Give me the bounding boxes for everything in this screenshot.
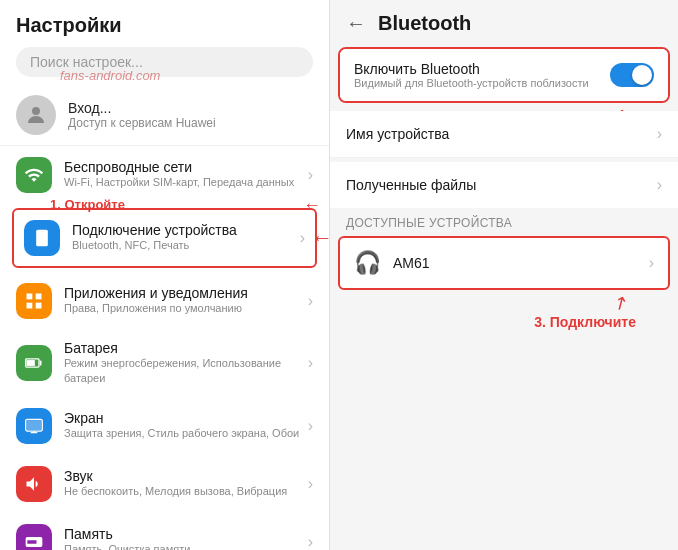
- device-name-row[interactable]: Имя устройства ›: [330, 111, 678, 158]
- arrow-device2: ↗: [609, 290, 633, 317]
- device-title: Подключение устройства: [72, 222, 300, 238]
- bt-enable-text: Включить Bluetooth Видимый для Bluetooth…: [354, 61, 610, 89]
- user-row[interactable]: Вход... Доступ к сервисам Huawei: [0, 85, 329, 146]
- devices-section-label: ДОСТУПНЫЕ УСТРОЙСТВА: [330, 208, 678, 234]
- search-box[interactable]: Поиск настроек...: [16, 47, 313, 77]
- apps-text: Приложения и уведомления Права, Приложен…: [64, 285, 308, 316]
- bluetooth-enable-section: Включить Bluetooth Видимый для Bluetooth…: [338, 47, 670, 103]
- wifi-icon: [16, 157, 52, 193]
- apps-icon: [16, 283, 52, 319]
- back-button[interactable]: ←: [346, 12, 366, 35]
- display-title: Экран: [64, 410, 308, 426]
- chevron-storage-icon: ›: [308, 533, 313, 550]
- chevron-device2-icon: ›: [649, 254, 654, 272]
- bt-enable-row[interactable]: Включить Bluetooth Видимый для Bluetooth…: [340, 49, 668, 101]
- received-files-row[interactable]: Полученные файлы ›: [330, 162, 678, 208]
- settings-list: Беспроводные сети Wi-Fi, Настройки SIM-к…: [0, 146, 329, 550]
- headphone-icon: 🎧: [354, 250, 381, 276]
- chevron-device-icon: ›: [300, 229, 305, 247]
- chevron-display-icon: ›: [308, 417, 313, 435]
- svg-rect-10: [27, 420, 42, 430]
- settings-item-battery[interactable]: Батарея Режим энергосбережения, Использо…: [0, 330, 329, 397]
- device-container: 🎧 AM61 › ↗ 3. Подключите: [330, 234, 678, 292]
- settings-item-network[interactable]: Беспроводные сети Wi-Fi, Настройки SIM-к…: [0, 146, 329, 204]
- apps-sub: Права, Приложения по умолчанию: [64, 301, 308, 316]
- chevron-apps-icon: ›: [308, 292, 313, 310]
- storage-text: Память Память, Очистка памяти: [64, 526, 308, 550]
- device-name-item[interactable]: Имя устройства ›: [330, 111, 678, 157]
- storage-icon: [16, 524, 52, 550]
- svg-rect-8: [27, 360, 35, 366]
- network-sub: Wi-Fi, Настройки SIM-карт, Передача данн…: [64, 175, 308, 190]
- display-text: Экран Защита зрения, Стиль рабочего экра…: [64, 410, 308, 441]
- settings-item-display[interactable]: Экран Защита зрения, Стиль рабочего экра…: [0, 397, 329, 455]
- sound-title: Звук: [64, 468, 308, 484]
- settings-item-device[interactable]: Подключение устройства Bluetooth, NFC, П…: [12, 208, 317, 268]
- arrow-device: ←: [311, 225, 329, 251]
- svg-rect-5: [27, 303, 33, 309]
- sound-sub: Не беспокоить, Мелодия вызова, Вибрация: [64, 484, 308, 499]
- device-name-label: Имя устройства: [346, 126, 657, 142]
- device-am61-name: AM61: [393, 255, 649, 271]
- left-panel: Настройки Поиск настроек... Вход... Дост…: [0, 0, 330, 550]
- step1-label: 1. Откройте: [50, 197, 125, 212]
- user-sub: Доступ к сервисам Huawei: [68, 116, 216, 130]
- right-header: ← Bluetooth: [330, 0, 678, 47]
- bluetooth-toggle[interactable]: [610, 63, 654, 87]
- battery-title: Батарея: [64, 340, 308, 356]
- bt-enable-sub: Видимый для Bluetooth-устройств поблизос…: [354, 77, 610, 89]
- device-sub: Bluetooth, NFC, Печать: [72, 238, 300, 253]
- search-placeholder: Поиск настроек...: [30, 54, 143, 70]
- svg-rect-6: [36, 303, 42, 309]
- step3-label: 3. Подключите: [534, 314, 636, 330]
- network-title: Беспроводные сети: [64, 159, 308, 175]
- settings-item-storage[interactable]: Память Память, Очистка памяти ›: [0, 513, 329, 550]
- settings-item-apps[interactable]: Приложения и уведомления Права, Приложен…: [0, 272, 329, 330]
- avatar: [16, 95, 56, 135]
- chevron-dname-icon: ›: [657, 125, 662, 143]
- left-header: Настройки Поиск настроек...: [0, 0, 329, 85]
- battery-text: Батарея Режим энергосбережения, Использо…: [64, 340, 308, 387]
- chevron-icon: ›: [308, 166, 313, 184]
- bluetooth-title: Bluetooth: [378, 12, 471, 35]
- display-icon: [16, 408, 52, 444]
- received-files-item[interactable]: Полученные файлы ›: [330, 162, 678, 208]
- battery-sub: Режим энергосбережения, Использование ба…: [64, 356, 308, 387]
- bt-enable-title: Включить Bluetooth: [354, 61, 610, 77]
- right-panel: ← Bluetooth Включить Bluetooth Видимый д…: [330, 0, 678, 550]
- storage-title: Память: [64, 526, 308, 542]
- sound-text: Звук Не беспокоить, Мелодия вызова, Вибр…: [64, 468, 308, 499]
- user-info: Вход... Доступ к сервисам Huawei: [68, 100, 216, 130]
- am61-device-row[interactable]: 🎧 AM61 ›: [338, 236, 670, 290]
- device-text: Подключение устройства Bluetooth, NFC, П…: [72, 222, 300, 253]
- storage-sub: Память, Очистка памяти: [64, 542, 308, 550]
- svg-rect-3: [27, 294, 33, 300]
- received-files-label: Полученные файлы: [346, 177, 657, 193]
- svg-rect-4: [36, 294, 42, 300]
- device-conn-icon: [24, 220, 60, 256]
- chevron-battery-icon: ›: [308, 354, 313, 372]
- toggle-thumb: [632, 65, 652, 85]
- svg-point-0: [32, 107, 40, 115]
- battery-icon: [16, 345, 52, 381]
- chevron-sound-icon: ›: [308, 475, 313, 493]
- sound-icon: [16, 466, 52, 502]
- display-sub: Защита зрения, Стиль рабочего экрана, Об…: [64, 426, 308, 441]
- apps-title: Приложения и уведомления: [64, 285, 308, 301]
- user-name: Вход...: [68, 100, 216, 116]
- network-text: Беспроводные сети Wi-Fi, Настройки SIM-к…: [64, 159, 308, 190]
- settings-item-sound[interactable]: Звук Не беспокоить, Мелодия вызова, Вибр…: [0, 455, 329, 513]
- chevron-files-icon: ›: [657, 176, 662, 194]
- settings-title: Настройки: [16, 14, 313, 37]
